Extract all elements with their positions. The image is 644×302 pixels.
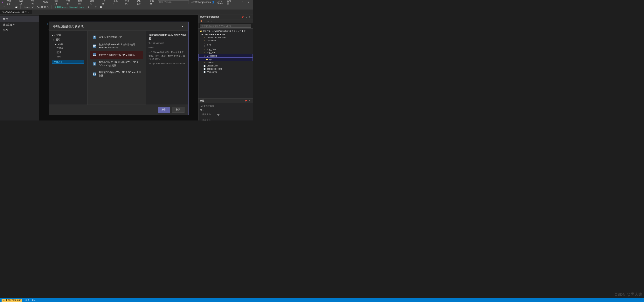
menu-build[interactable]: 生成(B)	[64, 0, 74, 5]
api-item[interactable]: 📁 api	[198, 58, 253, 61]
platform-select[interactable]: Any CPU	[35, 5, 50, 9]
app-start-item[interactable]: ▷ App_Start	[198, 51, 253, 54]
menu-tools[interactable]: 工具(T)	[112, 0, 122, 5]
global-asax-item[interactable]: 📄 Global.asax	[198, 64, 253, 67]
refresh-button[interactable]: ⟳	[94, 5, 98, 8]
props-close-btn[interactable]: ✕	[248, 99, 251, 102]
web-api-badge-container: Web API	[50, 60, 86, 64]
tab-close-icon[interactable]: ✕	[28, 11, 29, 13]
menu-file[interactable]: 文件(F)	[6, 0, 15, 5]
redo-button[interactable]: ↪	[6, 5, 10, 8]
tree-common[interactable]: ▲ 通用	[49, 38, 88, 42]
sol-more-btn[interactable]: ⋯	[214, 20, 216, 22]
dialog-right-panel: 包含读/写操作的 Web API 2 控制器 执行者 Microsoft v2.…	[146, 31, 188, 104]
sol-prop-btn[interactable]: ≡	[210, 20, 213, 22]
sidebar-item-overview[interactable]: 概述	[0, 16, 39, 22]
tree-views[interactable]: 视图	[49, 55, 88, 59]
debug-config-select[interactable]: Debug	[22, 5, 34, 9]
web-config-item[interactable]: 📄 Web.config	[198, 70, 253, 74]
props-pin-btn[interactable]: 📌	[244, 99, 248, 102]
template-item-2[interactable]: 包含读/写操作的 Web API 2 控制器	[90, 51, 143, 59]
sol-home-btn[interactable]: 🏠	[200, 20, 203, 22]
menu-debug[interactable]: 调试(D)	[76, 0, 86, 5]
tab-label: TestWebApplication: 概述	[2, 11, 27, 14]
dialog-body: ▲ 已安装 ▲ 通用 ▲ MVC 控制器 区域 视图 Web API	[49, 31, 188, 104]
menu-window[interactable]: 窗口(W)	[136, 0, 146, 5]
title-bar: ■ 文件(F) 编辑(E) 视图(V) Git(G) 项目(P) 生成(B) 调…	[0, 0, 253, 4]
maximize-button[interactable]: □	[240, 0, 245, 4]
menu-extensions[interactable]: 扩展(X)	[124, 0, 133, 5]
folder-name-label: 文件夹名称	[200, 113, 216, 116]
sidebar-item-connected-services[interactable]: 连接的服务	[0, 22, 39, 28]
controllers-label: Controllers	[207, 54, 217, 57]
sidebar-item-publish[interactable]: 发布	[0, 28, 39, 33]
references-item[interactable]: #引 引用	[198, 42, 253, 48]
menu-view[interactable]: 视图(V)	[29, 0, 39, 5]
project-icon: ◆	[201, 34, 204, 36]
close-button[interactable]: ✕	[246, 0, 251, 4]
more-button[interactable]: ⋯	[104, 5, 108, 8]
menu-analyze[interactable]: 分析(N)	[100, 0, 110, 5]
panel-close-button[interactable]: ✕	[248, 16, 251, 18]
attach-button[interactable]: ▶	[87, 5, 90, 8]
menu-project[interactable]: 项目(P)	[52, 0, 62, 5]
main-layout: 概述 连接的服务 发布 ASP.NET 了解 .NET 平台，创建你的第一个应用…	[0, 15, 253, 120]
stop-button[interactable]: ⏹	[99, 6, 103, 8]
detail-publisher: 执行者 Microsoft	[148, 42, 186, 44]
packages-config-item[interactable]: 📄 packages.config	[198, 67, 253, 70]
template-item-3[interactable]: 具有操作且使用实体框架的 Web API 2 OData v3 控制器	[90, 59, 143, 69]
tree-web-api-selected[interactable]: Web API	[52, 60, 84, 64]
models-item[interactable]: ▷ Models	[198, 61, 253, 64]
tree-mvc[interactable]: ▲ MVC	[49, 42, 88, 46]
project-root[interactable]: ◆ TestWebApplication	[198, 33, 253, 36]
props-icon-1[interactable]: ⊞	[200, 109, 202, 111]
properties-item[interactable]: ▷ Properties	[198, 39, 253, 42]
run-label: IIS Express (Microsoft Edge)	[57, 6, 84, 8]
menu-help[interactable]: 帮助(H)	[148, 0, 158, 5]
solution-root[interactable]: 📁 解决方案 'TestWebApplication' (1 个项目，共 1 个…	[198, 29, 253, 33]
app-data-label: App_Data	[207, 48, 216, 50]
app-data-item[interactable]: ▷ App_Data	[198, 48, 253, 51]
tree-installed[interactable]: ▲ 已安装	[49, 33, 88, 38]
folder-icon-properties: ▷	[203, 40, 206, 42]
active-tab[interactable]: TestWebApplication: 概述 ✕	[0, 10, 32, 14]
save-button[interactable]: 💾	[14, 5, 19, 8]
template-icon-4	[92, 72, 97, 76]
menu-git[interactable]: Git(G)	[41, 0, 50, 4]
toolbar-separator-3	[52, 6, 52, 8]
connected-services-item[interactable]: ▷ Connected Services	[198, 36, 253, 39]
tree-controllers[interactable]: 控制器	[49, 46, 88, 50]
dialog-close-button[interactable]: ✕	[180, 25, 184, 28]
template-item-4[interactable]: 具有读/写操作的 Web API 2 OData v3 控制器	[90, 69, 143, 79]
dialog-footer: 添加 取消	[49, 104, 188, 115]
minimize-button[interactable]: ─	[234, 0, 239, 4]
solution-search-input[interactable]	[200, 24, 251, 28]
connected-services-label: Connected Services	[207, 36, 226, 39]
props-target-label: api 文件夹属性	[200, 105, 251, 108]
template-icon-3	[92, 62, 97, 66]
props-icon-2[interactable]: ≡	[202, 109, 204, 111]
controllers-item[interactable]: ▽ Controllers	[198, 54, 253, 58]
global-search-input[interactable]	[158, 0, 189, 4]
toolbar-separator-1	[12, 6, 12, 8]
panel-pin-button[interactable]: 📌	[241, 16, 244, 18]
sol-refresh-btn[interactable]: ↕	[204, 20, 206, 22]
folder-icon-controllers: ▽	[203, 55, 206, 57]
template-label-0: Web API 2 控制器 - 空	[99, 36, 122, 39]
properties-panel: 属性 📌 ✕ api 文件夹属性 ⊞ ≡ 文件夹名称 api 文件夹名称	[198, 98, 253, 120]
tree-area[interactable]: 区域	[49, 50, 88, 55]
app-icon: ■	[2, 0, 3, 4]
panel-chevron-button[interactable]: ⌄	[245, 16, 248, 18]
solution-search	[198, 23, 253, 28]
run-button[interactable]: ▶ IIS Express (Microsoft Edge)	[53, 5, 86, 8]
menu-edit[interactable]: 编辑(E)	[17, 0, 27, 5]
template-item-0[interactable]: Web API 2 控制器 - 空	[90, 33, 143, 41]
template-item-1[interactable]: 包含操作的 Web API 2 控制器(使用 Entity Framework)	[90, 41, 143, 51]
cancel-button[interactable]: 取消	[172, 107, 184, 113]
live-share-button[interactable]: 👤 Live Share	[211, 0, 225, 5]
undo-button[interactable]: ↩	[2, 5, 6, 8]
add-button[interactable]: 添加	[158, 107, 170, 113]
title-bar-search: TestWebApplication	[158, 0, 211, 4]
sol-filter-btn[interactable]: ⊞	[207, 20, 210, 22]
menu-test[interactable]: 测试(S)	[88, 0, 98, 5]
